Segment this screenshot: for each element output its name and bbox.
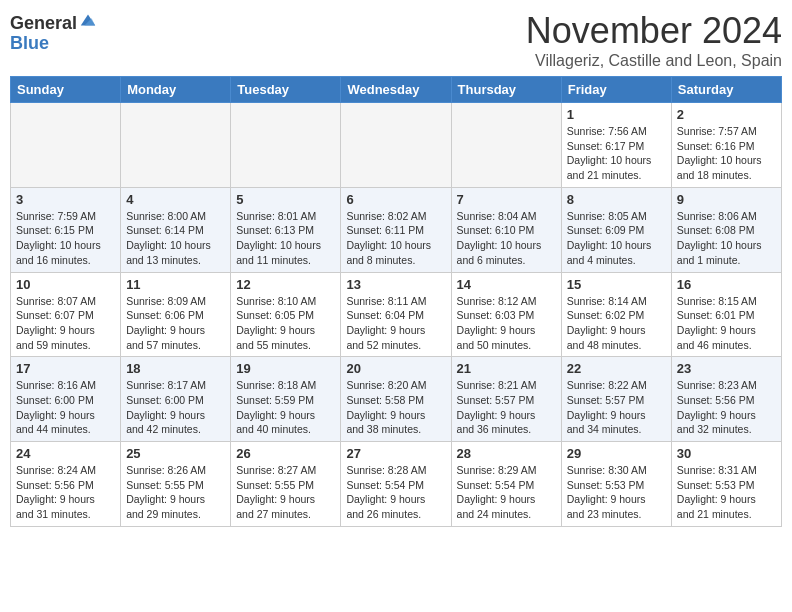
day-number: 14 [457,277,556,292]
calendar-week-row: 17Sunrise: 8:16 AM Sunset: 6:00 PM Dayli… [11,357,782,442]
calendar-week-row: 24Sunrise: 8:24 AM Sunset: 5:56 PM Dayli… [11,442,782,527]
col-friday: Friday [561,77,671,103]
table-row: 11Sunrise: 8:09 AM Sunset: 6:06 PM Dayli… [121,272,231,357]
day-info: Sunrise: 8:27 AM Sunset: 5:55 PM Dayligh… [236,463,335,522]
day-number: 6 [346,192,445,207]
day-info: Sunrise: 8:24 AM Sunset: 5:56 PM Dayligh… [16,463,115,522]
table-row [11,103,121,188]
table-row: 24Sunrise: 8:24 AM Sunset: 5:56 PM Dayli… [11,442,121,527]
calendar-week-row: 1Sunrise: 7:56 AM Sunset: 6:17 PM Daylig… [11,103,782,188]
table-row: 19Sunrise: 8:18 AM Sunset: 5:59 PM Dayli… [231,357,341,442]
table-row: 14Sunrise: 8:12 AM Sunset: 6:03 PM Dayli… [451,272,561,357]
day-number: 2 [677,107,776,122]
page-header: General Blue November 2024 Villageriz, C… [10,10,782,70]
col-wednesday: Wednesday [341,77,451,103]
table-row: 1Sunrise: 7:56 AM Sunset: 6:17 PM Daylig… [561,103,671,188]
day-number: 24 [16,446,115,461]
day-number: 8 [567,192,666,207]
day-info: Sunrise: 7:57 AM Sunset: 6:16 PM Dayligh… [677,124,776,183]
table-row: 30Sunrise: 8:31 AM Sunset: 5:53 PM Dayli… [671,442,781,527]
day-info: Sunrise: 8:22 AM Sunset: 5:57 PM Dayligh… [567,378,666,437]
table-row: 12Sunrise: 8:10 AM Sunset: 6:05 PM Dayli… [231,272,341,357]
table-row: 16Sunrise: 8:15 AM Sunset: 6:01 PM Dayli… [671,272,781,357]
day-info: Sunrise: 8:29 AM Sunset: 5:54 PM Dayligh… [457,463,556,522]
day-info: Sunrise: 7:56 AM Sunset: 6:17 PM Dayligh… [567,124,666,183]
day-number: 28 [457,446,556,461]
day-info: Sunrise: 8:16 AM Sunset: 6:00 PM Dayligh… [16,378,115,437]
day-info: Sunrise: 8:02 AM Sunset: 6:11 PM Dayligh… [346,209,445,268]
table-row: 21Sunrise: 8:21 AM Sunset: 5:57 PM Dayli… [451,357,561,442]
day-number: 7 [457,192,556,207]
day-info: Sunrise: 7:59 AM Sunset: 6:15 PM Dayligh… [16,209,115,268]
month-title: November 2024 [526,10,782,52]
table-row: 6Sunrise: 8:02 AM Sunset: 6:11 PM Daylig… [341,187,451,272]
day-info: Sunrise: 8:26 AM Sunset: 5:55 PM Dayligh… [126,463,225,522]
day-info: Sunrise: 8:14 AM Sunset: 6:02 PM Dayligh… [567,294,666,353]
col-saturday: Saturday [671,77,781,103]
day-number: 15 [567,277,666,292]
day-number: 27 [346,446,445,461]
day-info: Sunrise: 8:04 AM Sunset: 6:10 PM Dayligh… [457,209,556,268]
table-row: 4Sunrise: 8:00 AM Sunset: 6:14 PM Daylig… [121,187,231,272]
day-info: Sunrise: 8:28 AM Sunset: 5:54 PM Dayligh… [346,463,445,522]
table-row: 28Sunrise: 8:29 AM Sunset: 5:54 PM Dayli… [451,442,561,527]
day-number: 29 [567,446,666,461]
calendar-header-row: Sunday Monday Tuesday Wednesday Thursday… [11,77,782,103]
table-row: 22Sunrise: 8:22 AM Sunset: 5:57 PM Dayli… [561,357,671,442]
table-row: 23Sunrise: 8:23 AM Sunset: 5:56 PM Dayli… [671,357,781,442]
location-text: Villageriz, Castille and Leon, Spain [526,52,782,70]
day-number: 26 [236,446,335,461]
day-number: 11 [126,277,225,292]
day-info: Sunrise: 8:31 AM Sunset: 5:53 PM Dayligh… [677,463,776,522]
table-row: 10Sunrise: 8:07 AM Sunset: 6:07 PM Dayli… [11,272,121,357]
day-info: Sunrise: 8:23 AM Sunset: 5:56 PM Dayligh… [677,378,776,437]
day-number: 18 [126,361,225,376]
day-number: 23 [677,361,776,376]
logo-general-text: General [10,14,77,34]
day-info: Sunrise: 8:15 AM Sunset: 6:01 PM Dayligh… [677,294,776,353]
table-row [231,103,341,188]
logo-blue-text: Blue [10,34,97,54]
table-row: 25Sunrise: 8:26 AM Sunset: 5:55 PM Dayli… [121,442,231,527]
table-row: 29Sunrise: 8:30 AM Sunset: 5:53 PM Dayli… [561,442,671,527]
day-number: 13 [346,277,445,292]
day-info: Sunrise: 8:05 AM Sunset: 6:09 PM Dayligh… [567,209,666,268]
day-number: 20 [346,361,445,376]
table-row: 17Sunrise: 8:16 AM Sunset: 6:00 PM Dayli… [11,357,121,442]
col-sunday: Sunday [11,77,121,103]
calendar-week-row: 10Sunrise: 8:07 AM Sunset: 6:07 PM Dayli… [11,272,782,357]
calendar-week-row: 3Sunrise: 7:59 AM Sunset: 6:15 PM Daylig… [11,187,782,272]
table-row: 5Sunrise: 8:01 AM Sunset: 6:13 PM Daylig… [231,187,341,272]
day-number: 17 [16,361,115,376]
day-info: Sunrise: 8:07 AM Sunset: 6:07 PM Dayligh… [16,294,115,353]
calendar-table: Sunday Monday Tuesday Wednesday Thursday… [10,76,782,527]
table-row: 2Sunrise: 7:57 AM Sunset: 6:16 PM Daylig… [671,103,781,188]
table-row: 15Sunrise: 8:14 AM Sunset: 6:02 PM Dayli… [561,272,671,357]
day-number: 9 [677,192,776,207]
day-number: 30 [677,446,776,461]
table-row: 26Sunrise: 8:27 AM Sunset: 5:55 PM Dayli… [231,442,341,527]
table-row: 8Sunrise: 8:05 AM Sunset: 6:09 PM Daylig… [561,187,671,272]
col-tuesday: Tuesday [231,77,341,103]
day-number: 25 [126,446,225,461]
table-row [451,103,561,188]
day-info: Sunrise: 8:12 AM Sunset: 6:03 PM Dayligh… [457,294,556,353]
day-info: Sunrise: 8:18 AM Sunset: 5:59 PM Dayligh… [236,378,335,437]
day-info: Sunrise: 8:09 AM Sunset: 6:06 PM Dayligh… [126,294,225,353]
col-thursday: Thursday [451,77,561,103]
day-number: 10 [16,277,115,292]
day-info: Sunrise: 8:17 AM Sunset: 6:00 PM Dayligh… [126,378,225,437]
day-number: 19 [236,361,335,376]
table-row: 9Sunrise: 8:06 AM Sunset: 6:08 PM Daylig… [671,187,781,272]
day-info: Sunrise: 8:21 AM Sunset: 5:57 PM Dayligh… [457,378,556,437]
logo-icon [79,11,97,29]
day-info: Sunrise: 8:06 AM Sunset: 6:08 PM Dayligh… [677,209,776,268]
logo: General Blue [10,14,97,54]
day-number: 4 [126,192,225,207]
table-row: 27Sunrise: 8:28 AM Sunset: 5:54 PM Dayli… [341,442,451,527]
day-number: 1 [567,107,666,122]
table-row [121,103,231,188]
table-row [341,103,451,188]
day-info: Sunrise: 8:30 AM Sunset: 5:53 PM Dayligh… [567,463,666,522]
day-number: 22 [567,361,666,376]
